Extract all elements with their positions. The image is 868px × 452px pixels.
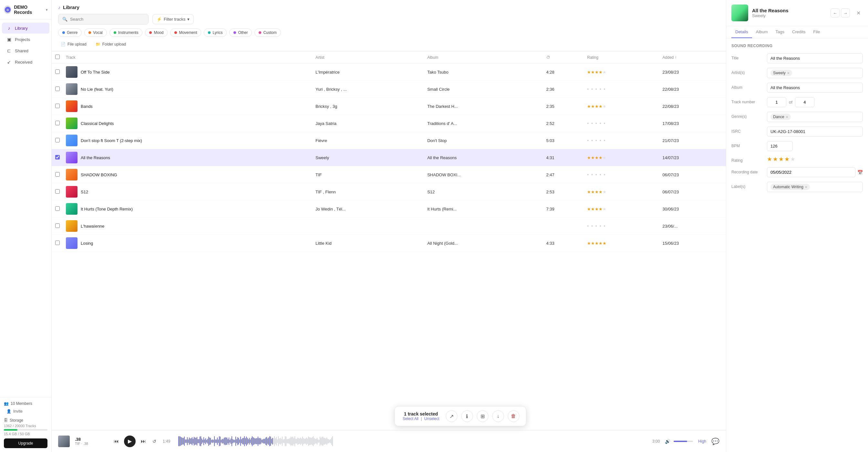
select-all-link[interactable]: Select All <box>403 417 418 421</box>
row-checkbox[interactable] <box>55 189 60 194</box>
tag-vocal[interactable]: Vocal <box>84 28 106 37</box>
info-button[interactable]: ℹ <box>461 410 473 422</box>
row-checkbox-cell[interactable] <box>52 166 63 183</box>
star-5[interactable]: ★ <box>790 156 795 163</box>
repeat-button[interactable]: ↺ <box>151 438 158 445</box>
col-added[interactable]: Added ↑ <box>660 51 726 64</box>
panel-next-button[interactable]: → <box>841 8 850 18</box>
row-checkbox[interactable] <box>55 87 60 91</box>
search-input[interactable] <box>70 17 144 22</box>
tab-file[interactable]: File <box>809 26 824 38</box>
bpm-input[interactable] <box>767 141 793 151</box>
artist-remove-button[interactable]: ✕ <box>787 71 789 75</box>
skip-back-button[interactable]: ⏮ <box>113 437 120 446</box>
waveform[interactable] <box>178 435 647 447</box>
search-box[interactable]: 🔍 <box>58 14 149 25</box>
upgrade-button[interactable]: Upgrade <box>4 439 48 448</box>
tab-details[interactable]: Details <box>732 26 752 38</box>
table-row[interactable]: Classical Delights Jaya Satria Tradition… <box>52 115 726 132</box>
tag-mood[interactable]: Mood <box>145 28 167 37</box>
add-to-playlist-button[interactable]: ⊞ <box>476 410 488 422</box>
row-checkbox[interactable] <box>55 69 60 74</box>
row-checkbox-cell[interactable] <box>52 149 63 166</box>
tab-album[interactable]: Album <box>752 26 772 38</box>
volume-bar[interactable] <box>674 441 693 442</box>
row-checkbox-cell[interactable] <box>52 200 63 218</box>
table-row[interactable]: SHADOW BOXING TIF SHADOW BOXI... 2:47 • … <box>52 166 726 183</box>
title-input[interactable] <box>767 53 863 63</box>
tag-instruments[interactable]: Instruments <box>110 28 143 37</box>
sidebar-item-library[interactable]: ♪ Library <box>2 23 50 34</box>
row-checkbox-cell[interactable] <box>52 64 63 81</box>
folder-upload-button[interactable]: 📁 Folder upload <box>93 41 128 48</box>
row-checkbox[interactable] <box>55 172 60 176</box>
genre-tag-input[interactable]: Dance ✕ <box>767 112 863 122</box>
isrc-input[interactable] <box>767 127 863 136</box>
tab-tags[interactable]: Tags <box>772 26 788 38</box>
row-checkbox-cell[interactable] <box>52 98 63 115</box>
skip-forward-button[interactable]: ⏭ <box>140 437 147 446</box>
tag-movement[interactable]: Movement <box>170 28 201 37</box>
recording-date-input[interactable] <box>767 167 856 177</box>
panel-prev-button[interactable]: ← <box>831 8 840 18</box>
file-upload-button[interactable]: 📄 File upload <box>58 41 89 48</box>
table-row[interactable]: S12 TIF , Flenn S12 2:53 ★★★★★ 06/07/23 <box>52 183 726 200</box>
select-all-col[interactable] <box>52 51 63 64</box>
table-row[interactable]: L'hawaïenne • • • • • 23/06/... <box>52 218 726 235</box>
artist-tag-input[interactable]: Sweely ✕ <box>767 68 863 78</box>
row-checkbox-cell[interactable] <box>52 218 63 235</box>
share-button[interactable]: ↗ <box>445 410 457 422</box>
tag-genre[interactable]: Genre <box>58 28 82 37</box>
star-1[interactable]: ★ <box>767 156 772 163</box>
label-tag-input[interactable]: Automatic Writing ✕ <box>767 182 863 192</box>
wave-bar <box>196 438 196 445</box>
sidebar-item-received[interactable]: ↙ Received <box>2 57 50 67</box>
delete-button[interactable]: 🗑 <box>507 410 519 422</box>
row-checkbox-cell[interactable] <box>52 235 63 252</box>
genre-remove-button[interactable]: ✕ <box>786 115 788 119</box>
row-checkbox[interactable] <box>55 104 60 108</box>
star-3[interactable]: ★ <box>779 156 784 163</box>
row-checkbox-cell[interactable] <box>52 81 63 98</box>
row-checkbox[interactable] <box>55 206 60 211</box>
tag-other[interactable]: Other <box>229 28 252 37</box>
star-2[interactable]: ★ <box>773 156 778 163</box>
row-checkbox[interactable] <box>55 223 60 228</box>
invite-button[interactable]: 👤 Invite <box>4 408 48 415</box>
star-4[interactable]: ★ <box>784 156 789 163</box>
sidebar-item-projects[interactable]: ▣ Projects <box>2 34 50 45</box>
label-remove-button[interactable]: ✕ <box>805 185 807 189</box>
sidebar-item-shared[interactable]: ⊏ Shared <box>2 45 50 56</box>
play-pause-button[interactable]: ▶ <box>124 435 135 447</box>
unselect-link[interactable]: Unselect <box>424 417 439 421</box>
row-checkbox[interactable] <box>55 240 60 245</box>
table-row[interactable]: No Lie (feat. Yuri) Yuri , Bricksy , ...… <box>52 81 726 98</box>
table-row[interactable]: All the Reasons Sweely All the Reasons 4… <box>52 149 726 166</box>
tag-lyrics[interactable]: Lyrics <box>204 28 227 37</box>
row-checkbox[interactable] <box>55 155 60 160</box>
download-button[interactable]: ↓ <box>492 410 504 422</box>
table-row[interactable]: Don't stop ft Soom T (2-step mix) Fièvre… <box>52 132 726 149</box>
row-checkbox[interactable] <box>55 121 60 125</box>
select-all-checkbox[interactable] <box>55 55 60 59</box>
table-row[interactable]: Losing Little Kid All Night (Gold... 4:3… <box>52 235 726 252</box>
chat-icon[interactable]: 💬 <box>711 438 719 445</box>
track-number-input[interactable] <box>767 97 786 107</box>
filter-tracks-button[interactable]: ⚡ Filter tracks ▾ <box>152 14 194 24</box>
table-row[interactable]: It Hurts (Tone Depth Remix) Jo Wedin , T… <box>52 200 726 218</box>
row-checkbox-cell[interactable] <box>52 183 63 200</box>
row-checkbox[interactable] <box>55 138 60 142</box>
tab-credits[interactable]: Credits <box>788 26 809 38</box>
album-input[interactable] <box>767 83 863 93</box>
rating-stars[interactable]: ★ ★ ★ ★ ★ <box>767 156 863 163</box>
calendar-icon[interactable]: 📅 <box>857 170 863 175</box>
panel-close-button[interactable]: ✕ <box>854 8 863 18</box>
row-checkbox-cell[interactable] <box>52 132 63 149</box>
row-checkbox-cell[interactable] <box>52 115 63 132</box>
table-row[interactable]: Bands Bricksy , 3g The Darkest H... 2:35… <box>52 98 726 115</box>
header-controls: 🔍 ⚡ Filter tracks ▾ <box>58 14 719 25</box>
table-row[interactable]: Off To The Side L'Impératrice Tako Tsubo… <box>52 64 726 81</box>
track-cell: It Hurts (Tone Depth Remix) <box>66 203 310 215</box>
tag-custom[interactable]: Custom <box>254 28 281 37</box>
track-total-input[interactable] <box>795 97 814 107</box>
